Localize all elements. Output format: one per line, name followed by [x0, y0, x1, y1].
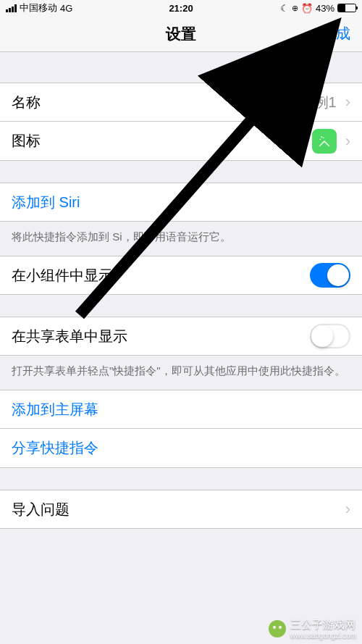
lock-rotation-icon: ⊕ [292, 4, 298, 13]
status-left: 中国移动 4G [6, 1, 72, 14]
chevron-right-icon: › [345, 500, 350, 519]
row-name-label: 名称 [12, 93, 300, 112]
siri-note: 将此快捷指令添加到 Si，即可用语音运行它。 [0, 222, 362, 248]
done-button[interactable]: 完成 [321, 24, 350, 43]
row-add-to-home[interactable]: 添加到主屏幕 [0, 390, 362, 429]
carrier-label: 中国移动 [20, 1, 57, 14]
status-bar: 中国移动 4G 21:20 ☾ ⊕ ⏰ 43% [0, 0, 362, 16]
clock-label: 21:20 [169, 3, 193, 14]
watermark-logo-icon [269, 620, 286, 637]
battery-pct: 43% [316, 3, 334, 14]
row-share-shortcut[interactable]: 分享快捷指令 [0, 429, 362, 468]
network-label: 4G [60, 3, 72, 14]
alarm-icon: ⏰ [301, 3, 313, 14]
row-show-in-share-sheet: 在共享表单中显示 [0, 317, 362, 356]
signal-icon [6, 4, 17, 12]
watermark: 三公子游戏网 www.sangongzi.com [269, 618, 356, 640]
row-share-shortcut-label: 分享快捷指令 [12, 438, 350, 458]
row-siri-label: 添加到 Siri [12, 193, 350, 212]
row-icon-label: 图标 [12, 131, 312, 151]
share-sheet-note: 打开共享表单并轻点"快捷指令"，即可从其他应用中使用此快捷指令。 [0, 356, 362, 382]
nav-bar: 设置 完成 [0, 16, 362, 52]
share-sheet-toggle[interactable] [310, 324, 350, 348]
row-import-questions[interactable]: 导入问题 › [0, 490, 362, 529]
widget-toggle[interactable] [310, 263, 350, 288]
row-widget-label: 在小组件中显示 [12, 266, 310, 285]
status-right: ☾ ⊕ ⏰ 43% [280, 3, 356, 14]
chevron-right-icon: › [345, 93, 350, 112]
watermark-url: www.sangongzi.com [290, 632, 356, 640]
row-show-in-widget: 在小组件中显示 [0, 256, 362, 295]
watermark-text: 三公子游戏网 [290, 618, 356, 632]
battery-icon [337, 4, 356, 12]
row-name[interactable]: 名称 案例1 › [0, 83, 362, 122]
row-import-label: 导入问题 [12, 500, 342, 519]
row-add-to-siri[interactable]: 添加到 Siri [0, 183, 362, 222]
page-title: 设置 [166, 24, 196, 44]
moon-icon: ☾ [280, 3, 289, 14]
row-add-home-label: 添加到主屏幕 [12, 400, 350, 419]
row-share-sheet-label: 在共享表单中显示 [12, 327, 310, 346]
row-name-value: 案例1 [300, 93, 337, 112]
shortcut-icon [312, 129, 337, 154]
chevron-right-icon: › [345, 132, 350, 151]
row-icon[interactable]: 图标 › [0, 122, 362, 161]
